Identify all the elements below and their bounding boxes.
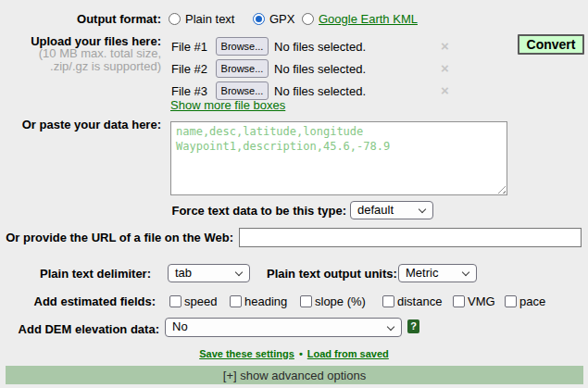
browse-button-2[interactable]: Browse... [216, 59, 269, 78]
output-format-label: Output format: [0, 12, 161, 27]
checkbox-vmg[interactable]: VMG [453, 294, 495, 308]
settings-links-row: Save these settings • Load from saved [0, 348, 588, 359]
delimiter-select[interactable]: tab [168, 264, 250, 282]
radio-plain-text[interactable] [169, 13, 181, 25]
show-advanced-options-label: [+] show advanced options [223, 369, 366, 382]
save-settings-link[interactable]: Save these settings [199, 348, 294, 359]
file-1-status: No files selected. [274, 40, 366, 54]
dem-elevation-label: Add DEM elevation data: [0, 322, 159, 337]
estimated-fields-label: Add estimated fields: [0, 294, 156, 309]
checkbox-heading[interactable]: heading [230, 294, 287, 308]
clear-file-1-icon[interactable]: × [441, 39, 449, 53]
radio-gpx-label[interactable]: GPX [269, 12, 294, 26]
delimiter-value: tab [175, 266, 192, 280]
paste-data-textarea[interactable]: name,desc,latitude,longitude Waypoint1,d… [170, 121, 507, 195]
chevron-down-icon [387, 323, 394, 331]
checkbox-speed[interactable]: speed [169, 294, 217, 308]
file-row-2: File #2 Browse... No files selected. [171, 59, 449, 78]
checkbox-pace-box[interactable] [505, 295, 517, 307]
radio-plain-text-label[interactable]: Plain text [185, 12, 234, 26]
file-row-1: File #1 Browse... No files selected. [171, 37, 449, 56]
checkbox-heading-box[interactable] [230, 295, 242, 307]
checkbox-slope-box[interactable] [300, 295, 312, 307]
file-3-status: No files selected. [274, 84, 366, 98]
clear-file-3-icon[interactable]: × [441, 83, 449, 97]
radio-gpx[interactable] [253, 13, 265, 25]
checkbox-pace-label: pace [519, 294, 545, 308]
radio-google-earth-kml[interactable] [302, 13, 314, 25]
output-units-value: Metric [406, 266, 438, 280]
output-units-select[interactable]: Metric [398, 264, 477, 282]
checkbox-vmg-label: VMG [468, 294, 495, 308]
dem-elevation-select[interactable]: No [165, 318, 402, 337]
show-more-file-boxes-link[interactable]: Show more file boxes [170, 98, 285, 112]
checkbox-speed-box[interactable] [169, 295, 181, 307]
paste-data-label: Or paste your data here: [0, 118, 161, 132]
google-earth-kml-link[interactable]: Google Earth KML [319, 12, 418, 26]
checkbox-distance-label: distance [397, 294, 442, 308]
checkbox-distance[interactable]: distance [382, 294, 442, 308]
chevron-down-icon [235, 269, 243, 276]
delimiter-label: Plain text delimiter: [0, 267, 151, 282]
chevron-down-icon [419, 206, 426, 213]
convert-button[interactable]: Convert [518, 34, 584, 55]
force-type-select[interactable]: default [350, 201, 433, 219]
show-advanced-options-bar[interactable]: [+] show advanced options [6, 366, 583, 384]
url-input[interactable] [239, 228, 582, 247]
checkbox-vmg-box[interactable] [453, 295, 465, 307]
force-type-label: Force text data to be this type: [0, 204, 346, 219]
checkbox-pace[interactable]: pace [505, 294, 545, 308]
checkbox-slope-label: slope (%) [315, 294, 366, 308]
bullet-separator: • [299, 348, 303, 359]
file-2-status: No files selected. [274, 62, 366, 76]
force-type-value: default [357, 203, 394, 217]
checkbox-distance-box[interactable] [382, 295, 394, 307]
url-label: Or provide the URL of a file on the Web: [0, 231, 233, 245]
file-2-label: File #2 [171, 62, 212, 76]
upload-note-line2: .zip/.gz is supported) [0, 60, 161, 73]
gps-converter-form: Output format: Plain text GPX Google Ear… [0, 0, 588, 388]
help-icon[interactable]: ? [407, 319, 419, 333]
output-units-label: Plain text output units: [267, 267, 397, 282]
file-row-3: File #3 Browse... No files selected. [171, 81, 449, 100]
file-1-label: File #1 [171, 40, 212, 54]
load-from-saved-link[interactable]: Load from saved [307, 348, 389, 359]
dem-elevation-value: No [172, 319, 188, 333]
browse-button-3[interactable]: Browse... [216, 81, 269, 100]
file-3-label: File #3 [171, 84, 212, 98]
browse-button-1[interactable]: Browse... [216, 37, 269, 56]
chevron-down-icon [462, 269, 469, 276]
clear-file-2-icon[interactable]: × [441, 61, 449, 75]
checkbox-speed-label: speed [184, 294, 217, 308]
upload-note-line1: (10 MB max. total size, [0, 47, 161, 60]
checkbox-heading-label: heading [244, 294, 287, 308]
checkbox-slope[interactable]: slope (%) [300, 294, 366, 308]
